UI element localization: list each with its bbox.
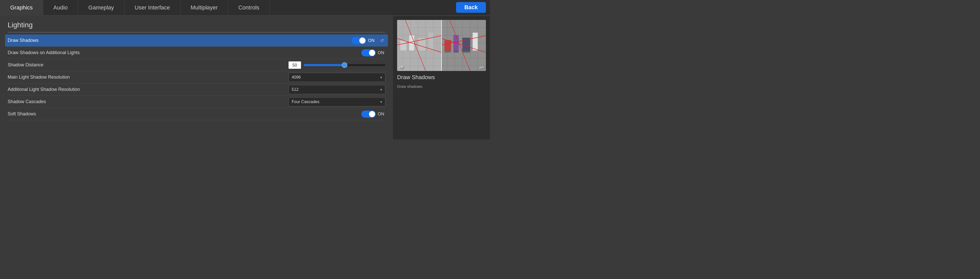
preview-left-svg — [397, 20, 442, 71]
toggle-draw-shadows[interactable] — [352, 37, 366, 44]
setting-label-shadow-cascades: Shadow Cascades — [8, 99, 288, 104]
svg-rect-35 — [445, 51, 451, 53]
toggle-wrapper-soft-shadows: ON — [361, 110, 385, 118]
setting-row-soft-shadows: Soft Shadows ON — [8, 108, 385, 120]
preview-right — [442, 20, 486, 71]
setting-row-shadow-cascades: Shadow Cascades Four Cascades ▾ — [8, 96, 385, 108]
slider-track-shadow-distance[interactable] — [304, 64, 385, 66]
section-title: Lighting — [8, 21, 385, 29]
tab-user-interface[interactable]: User Interface — [124, 0, 180, 15]
setting-row-draw-shadows: Draw Shadows ON ↺ — [5, 35, 388, 47]
dropdown-additional-light-shadow-resolution[interactable]: 512 ▾ — [288, 85, 385, 94]
chevron-down-icon-shadow-cascades: ▾ — [380, 100, 382, 104]
setting-control-additional-light-shadow-resolution: 512 ▾ — [288, 85, 385, 94]
preview-title: Draw Shadows — [397, 74, 486, 81]
svg-rect-31 — [445, 40, 451, 51]
preview-label-off: off — [399, 65, 404, 69]
setting-label-draw-shadows-additional: Draw Shadows on Additional Lights — [8, 50, 361, 56]
svg-rect-34 — [473, 33, 478, 51]
setting-control-main-light-shadow-resolution: 4096 ▾ — [288, 73, 385, 82]
setting-label-draw-shadows: Draw Shadows — [8, 38, 352, 43]
slider-fill-shadow-distance — [304, 64, 345, 66]
tab-controls[interactable]: Controls — [228, 0, 270, 15]
svg-rect-37 — [463, 51, 470, 53]
tab-bar: Graphics Audio Gameplay User Interface M… — [0, 0, 490, 16]
tab-audio[interactable]: Audio — [43, 0, 78, 15]
toggle-draw-shadows-additional[interactable] — [361, 49, 375, 56]
setting-control-shadow-distance: 50 — [288, 61, 385, 69]
toggle-wrapper-draw-shadows-additional: ON — [361, 49, 385, 56]
svg-rect-36 — [453, 51, 458, 53]
preview-panel: off on Draw Shadows Draw shadows. — [393, 16, 490, 139]
dropdown-value-shadow-cascades: Four Cascades — [292, 100, 320, 104]
setting-control-soft-shadows: ON — [361, 110, 385, 118]
toggle-label-soft-shadows: ON — [378, 112, 385, 116]
setting-row-main-light-shadow-resolution: Main Light Shadow Resolution 4096 ▾ — [8, 71, 385, 83]
dropdown-value-additional-light-shadow-resolution: 512 — [292, 87, 299, 92]
dropdown-main-light-shadow-resolution[interactable]: 4096 ▾ — [288, 73, 385, 82]
preview-right-svg — [442, 20, 486, 71]
dropdown-value-main-light-shadow-resolution: 4096 — [292, 75, 301, 80]
preview-label-on: on — [479, 65, 484, 69]
setting-row-draw-shadows-additional: Draw Shadows on Additional Lights ON — [8, 47, 385, 59]
toggle-label-draw-shadows: ON — [368, 38, 375, 43]
setting-label-soft-shadows: Soft Shadows — [8, 111, 361, 116]
setting-label-additional-light-shadow-resolution: Additional Light Shadow Resolution — [8, 87, 288, 92]
svg-rect-15 — [428, 33, 433, 51]
chevron-down-icon-additional-light-shadow: ▾ — [380, 88, 382, 92]
setting-control-draw-shadows: ON ↺ — [352, 37, 385, 44]
dropdown-shadow-cascades[interactable]: Four Cascades ▾ — [288, 97, 385, 107]
main-layout: Lighting Draw Shadows ON ↺ Draw Shadows … — [0, 16, 490, 139]
section-divider — [8, 32, 385, 32]
settings-list: Draw Shadows ON ↺ Draw Shadows on Additi… — [8, 35, 385, 120]
setting-row-shadow-distance: Shadow Distance 50 — [8, 59, 385, 71]
svg-rect-12 — [400, 40, 407, 51]
setting-label-shadow-distance: Shadow Distance — [8, 62, 288, 68]
slider-value-shadow-distance: 50 — [288, 61, 301, 69]
tab-multiplayer[interactable]: Multiplayer — [180, 0, 228, 15]
setting-row-additional-light-shadow-resolution: Additional Light Shadow Resolution 512 ▾ — [8, 83, 385, 96]
setting-label-main-light-shadow-resolution: Main Light Shadow Resolution — [8, 75, 288, 80]
preview-description: Draw shadows. — [397, 84, 486, 89]
reset-icon-draw-shadows[interactable]: ↺ — [378, 37, 385, 44]
preview-divider-line — [441, 20, 442, 71]
settings-panel: Lighting Draw Shadows ON ↺ Draw Shadows … — [0, 16, 393, 139]
preview-left — [397, 20, 442, 71]
preview-image: off on — [397, 20, 486, 71]
setting-control-shadow-cascades: Four Cascades ▾ — [288, 97, 385, 107]
back-button[interactable]: Back — [456, 2, 486, 13]
toggle-wrapper-draw-shadows: ON — [352, 37, 375, 44]
toggle-label-draw-shadows-additional: ON — [378, 50, 385, 56]
slider-wrapper-shadow-distance: 50 — [288, 61, 385, 69]
tab-graphics[interactable]: Graphics — [0, 0, 43, 16]
chevron-down-icon-main-light-shadow: ▾ — [380, 75, 382, 80]
toggle-soft-shadows[interactable] — [361, 110, 375, 118]
tab-gameplay[interactable]: Gameplay — [78, 0, 124, 15]
slider-thumb-shadow-distance[interactable] — [342, 62, 347, 68]
setting-control-draw-shadows-additional: ON — [361, 49, 385, 56]
